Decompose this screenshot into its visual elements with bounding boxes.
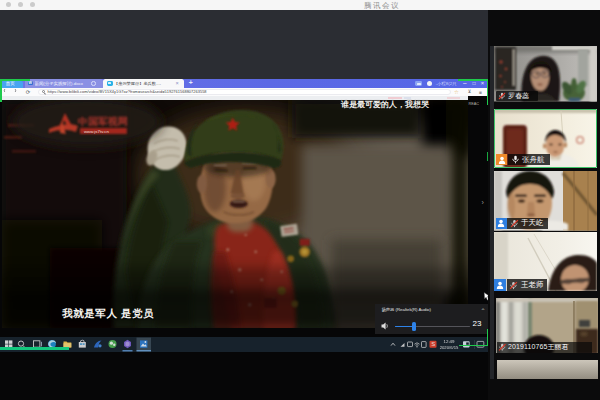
svg-text:12:49: 12:49 [444, 339, 456, 344]
svg-text:www.js7tv.cn: www.js7tv.cn [83, 128, 109, 133]
svg-text:S: S [431, 341, 435, 347]
svg-text:2020/6/15: 2020/6/15 [440, 345, 459, 350]
svg-text:中国军视网: 中国军视网 [77, 116, 127, 127]
